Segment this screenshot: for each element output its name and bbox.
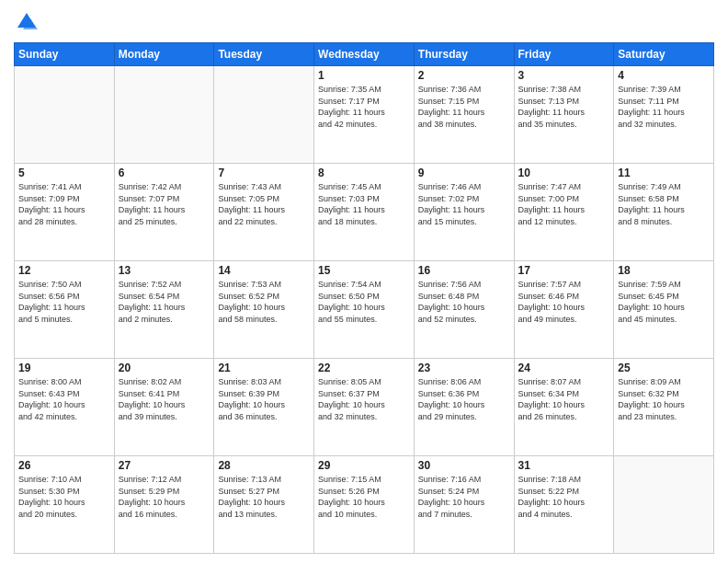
day-number: 7 bbox=[218, 167, 310, 179]
calendar-cell: 12Sunrise: 7:50 AM Sunset: 6:56 PM Dayli… bbox=[15, 261, 115, 359]
day-number: 15 bbox=[318, 264, 410, 277]
day-number: 12 bbox=[18, 264, 110, 277]
col-header-tuesday: Tuesday bbox=[214, 43, 314, 66]
day-info: Sunrise: 7:50 AM Sunset: 6:56 PM Dayligh… bbox=[18, 279, 110, 325]
day-number: 30 bbox=[418, 459, 510, 472]
calendar-cell: 2Sunrise: 7:36 AM Sunset: 7:15 PM Daylig… bbox=[414, 66, 514, 164]
calendar-table: SundayMondayTuesdayWednesdayThursdayFrid… bbox=[14, 42, 714, 554]
day-number: 14 bbox=[218, 264, 310, 277]
day-number: 1 bbox=[318, 69, 410, 82]
day-number: 20 bbox=[119, 362, 210, 374]
day-number: 29 bbox=[318, 459, 410, 472]
day-info: Sunrise: 7:10 AM Sunset: 5:30 PM Dayligh… bbox=[18, 474, 110, 520]
calendar-cell: 21Sunrise: 8:03 AM Sunset: 6:39 PM Dayli… bbox=[214, 359, 314, 456]
calendar-cell: 3Sunrise: 7:38 AM Sunset: 7:13 PM Daylig… bbox=[514, 66, 614, 164]
day-info: Sunrise: 7:59 AM Sunset: 6:45 PM Dayligh… bbox=[618, 279, 710, 325]
day-info: Sunrise: 7:52 AM Sunset: 6:54 PM Dayligh… bbox=[119, 279, 210, 325]
day-number: 28 bbox=[218, 459, 310, 472]
day-number: 22 bbox=[318, 362, 410, 374]
logo bbox=[14, 9, 43, 35]
calendar-week-1: 1Sunrise: 7:35 AM Sunset: 7:17 PM Daylig… bbox=[15, 66, 714, 164]
day-info: Sunrise: 7:43 AM Sunset: 7:05 PM Dayligh… bbox=[218, 181, 310, 227]
calendar-cell: 31Sunrise: 7:18 AM Sunset: 5:22 PM Dayli… bbox=[514, 456, 614, 554]
day-info: Sunrise: 7:42 AM Sunset: 7:07 PM Dayligh… bbox=[119, 181, 210, 227]
day-number: 21 bbox=[218, 362, 310, 374]
day-number: 31 bbox=[518, 459, 610, 472]
calendar-cell: 14Sunrise: 7:53 AM Sunset: 6:52 PM Dayli… bbox=[214, 261, 314, 359]
day-number: 6 bbox=[119, 167, 210, 179]
calendar-cell: 18Sunrise: 7:59 AM Sunset: 6:45 PM Dayli… bbox=[614, 261, 714, 359]
day-info: Sunrise: 7:54 AM Sunset: 6:50 PM Dayligh… bbox=[318, 279, 410, 325]
calendar-cell bbox=[15, 66, 115, 164]
calendar-cell: 6Sunrise: 7:42 AM Sunset: 7:07 PM Daylig… bbox=[114, 164, 214, 261]
day-number: 24 bbox=[518, 362, 610, 374]
calendar-cell bbox=[614, 456, 714, 554]
header bbox=[14, 9, 714, 35]
calendar-cell: 19Sunrise: 8:00 AM Sunset: 6:43 PM Dayli… bbox=[15, 359, 115, 456]
day-number: 13 bbox=[119, 264, 210, 277]
calendar-cell: 23Sunrise: 8:06 AM Sunset: 6:36 PM Dayli… bbox=[414, 359, 514, 456]
calendar-cell: 22Sunrise: 8:05 AM Sunset: 6:37 PM Dayli… bbox=[314, 359, 415, 456]
day-number: 17 bbox=[518, 264, 610, 277]
day-info: Sunrise: 7:57 AM Sunset: 6:46 PM Dayligh… bbox=[518, 279, 610, 325]
calendar-cell: 15Sunrise: 7:54 AM Sunset: 6:50 PM Dayli… bbox=[314, 261, 415, 359]
logo-icon bbox=[14, 9, 40, 35]
day-info: Sunrise: 7:38 AM Sunset: 7:13 PM Dayligh… bbox=[518, 84, 610, 130]
day-info: Sunrise: 7:18 AM Sunset: 5:22 PM Dayligh… bbox=[518, 474, 610, 520]
day-info: Sunrise: 8:00 AM Sunset: 6:43 PM Dayligh… bbox=[18, 376, 110, 422]
calendar-cell: 29Sunrise: 7:15 AM Sunset: 5:26 PM Dayli… bbox=[314, 456, 415, 554]
calendar-week-2: 5Sunrise: 7:41 AM Sunset: 7:09 PM Daylig… bbox=[15, 164, 714, 261]
day-number: 23 bbox=[418, 362, 510, 374]
day-info: Sunrise: 7:45 AM Sunset: 7:03 PM Dayligh… bbox=[318, 181, 410, 227]
day-number: 27 bbox=[119, 459, 210, 472]
col-header-friday: Friday bbox=[514, 43, 614, 66]
day-info: Sunrise: 7:46 AM Sunset: 7:02 PM Dayligh… bbox=[418, 181, 510, 227]
calendar-cell: 9Sunrise: 7:46 AM Sunset: 7:02 PM Daylig… bbox=[414, 164, 514, 261]
day-info: Sunrise: 7:39 AM Sunset: 7:11 PM Dayligh… bbox=[618, 84, 710, 130]
day-number: 18 bbox=[618, 264, 710, 277]
day-info: Sunrise: 7:35 AM Sunset: 7:17 PM Dayligh… bbox=[318, 84, 410, 130]
day-info: Sunrise: 7:49 AM Sunset: 6:58 PM Dayligh… bbox=[618, 181, 710, 227]
calendar-cell: 5Sunrise: 7:41 AM Sunset: 7:09 PM Daylig… bbox=[15, 164, 115, 261]
day-info: Sunrise: 8:03 AM Sunset: 6:39 PM Dayligh… bbox=[218, 376, 310, 422]
calendar-cell: 4Sunrise: 7:39 AM Sunset: 7:11 PM Daylig… bbox=[614, 66, 714, 164]
day-number: 19 bbox=[18, 362, 110, 374]
calendar-header-row: SundayMondayTuesdayWednesdayThursdayFrid… bbox=[15, 43, 714, 66]
day-number: 16 bbox=[418, 264, 510, 277]
calendar-week-5: 26Sunrise: 7:10 AM Sunset: 5:30 PM Dayli… bbox=[15, 456, 714, 554]
calendar-week-3: 12Sunrise: 7:50 AM Sunset: 6:56 PM Dayli… bbox=[15, 261, 714, 359]
day-info: Sunrise: 7:56 AM Sunset: 6:48 PM Dayligh… bbox=[418, 279, 510, 325]
col-header-saturday: Saturday bbox=[614, 43, 714, 66]
col-header-sunday: Sunday bbox=[15, 43, 115, 66]
day-number: 11 bbox=[618, 167, 710, 179]
calendar-cell: 26Sunrise: 7:10 AM Sunset: 5:30 PM Dayli… bbox=[15, 456, 115, 554]
page: SundayMondayTuesdayWednesdayThursdayFrid… bbox=[0, 0, 728, 563]
calendar-cell: 10Sunrise: 7:47 AM Sunset: 7:00 PM Dayli… bbox=[514, 164, 614, 261]
day-info: Sunrise: 7:13 AM Sunset: 5:27 PM Dayligh… bbox=[218, 474, 310, 520]
calendar-cell: 16Sunrise: 7:56 AM Sunset: 6:48 PM Dayli… bbox=[414, 261, 514, 359]
calendar-cell: 30Sunrise: 7:16 AM Sunset: 5:24 PM Dayli… bbox=[414, 456, 514, 554]
day-info: Sunrise: 7:53 AM Sunset: 6:52 PM Dayligh… bbox=[218, 279, 310, 325]
day-number: 4 bbox=[618, 69, 710, 82]
calendar-cell: 1Sunrise: 7:35 AM Sunset: 7:17 PM Daylig… bbox=[314, 66, 415, 164]
calendar-cell: 25Sunrise: 8:09 AM Sunset: 6:32 PM Dayli… bbox=[614, 359, 714, 456]
day-info: Sunrise: 7:15 AM Sunset: 5:26 PM Dayligh… bbox=[318, 474, 410, 520]
day-info: Sunrise: 7:47 AM Sunset: 7:00 PM Dayligh… bbox=[518, 181, 610, 227]
calendar-cell: 7Sunrise: 7:43 AM Sunset: 7:05 PM Daylig… bbox=[214, 164, 314, 261]
day-number: 25 bbox=[618, 362, 710, 374]
calendar-cell bbox=[214, 66, 314, 164]
calendar-week-4: 19Sunrise: 8:00 AM Sunset: 6:43 PM Dayli… bbox=[15, 359, 714, 456]
day-number: 3 bbox=[518, 69, 610, 82]
calendar-cell: 11Sunrise: 7:49 AM Sunset: 6:58 PM Dayli… bbox=[614, 164, 714, 261]
col-header-wednesday: Wednesday bbox=[314, 43, 415, 66]
day-number: 26 bbox=[18, 459, 110, 472]
day-info: Sunrise: 8:06 AM Sunset: 6:36 PM Dayligh… bbox=[418, 376, 510, 422]
calendar-cell: 27Sunrise: 7:12 AM Sunset: 5:29 PM Dayli… bbox=[114, 456, 214, 554]
calendar-cell: 13Sunrise: 7:52 AM Sunset: 6:54 PM Dayli… bbox=[114, 261, 214, 359]
day-info: Sunrise: 7:41 AM Sunset: 7:09 PM Dayligh… bbox=[18, 181, 110, 227]
day-info: Sunrise: 7:16 AM Sunset: 5:24 PM Dayligh… bbox=[418, 474, 510, 520]
calendar-cell: 8Sunrise: 7:45 AM Sunset: 7:03 PM Daylig… bbox=[314, 164, 415, 261]
calendar-cell: 17Sunrise: 7:57 AM Sunset: 6:46 PM Dayli… bbox=[514, 261, 614, 359]
day-number: 2 bbox=[418, 69, 510, 82]
calendar-cell: 20Sunrise: 8:02 AM Sunset: 6:41 PM Dayli… bbox=[114, 359, 214, 456]
